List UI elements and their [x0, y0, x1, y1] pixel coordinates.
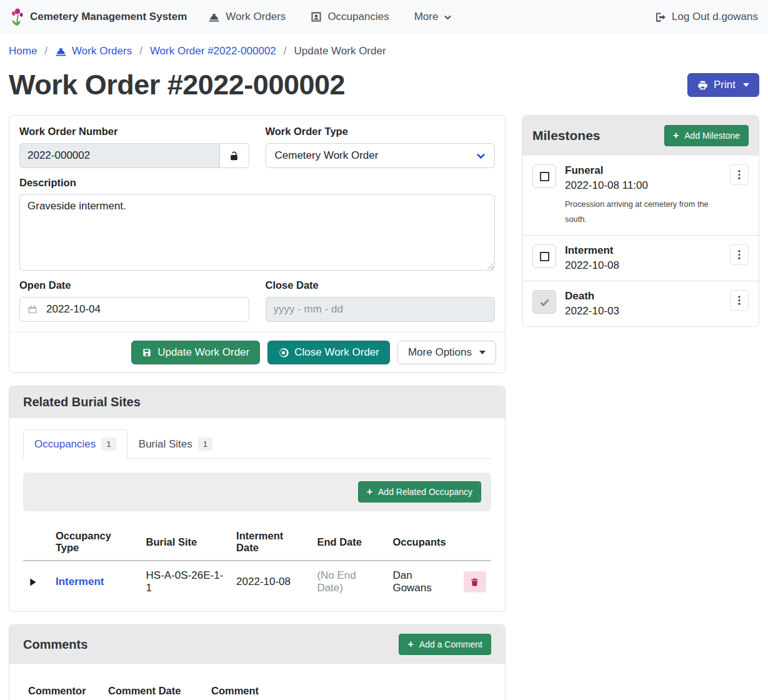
description-textarea-wrap: Graveside interment.: [19, 194, 495, 271]
col-actions: [459, 524, 491, 561]
crumb-home[interactable]: Home: [9, 45, 37, 58]
milestone-date: 2022-10-08 11:00: [565, 179, 721, 192]
related-burial-sites-header: Related Burial Sites: [9, 386, 505, 418]
main-content: Work Order Number Work Order Type: [0, 115, 768, 700]
print-label: Print: [714, 79, 736, 91]
work-order-type-value: Cemetery Work Order: [275, 149, 379, 162]
add-related-occupancy-button[interactable]: + Add Related Occupancy: [358, 481, 481, 502]
milestones-header: Milestones + Add Milestone: [522, 116, 759, 156]
milestone-checkbox-checked[interactable]: [532, 290, 556, 314]
milestones-title: Milestones: [532, 128, 601, 143]
checkbox-square-icon: [540, 172, 549, 181]
description-textarea[interactable]: Graveside interment.: [19, 194, 495, 271]
milestone-checkbox[interactable]: [532, 164, 556, 188]
crumb-work-orders[interactable]: Work Orders: [55, 45, 132, 58]
logout-button[interactable]: Log Out d.gowans: [654, 11, 758, 23]
close-work-order-button[interactable]: Close Work Order: [267, 341, 390, 364]
work-order-number-label: Work Order Number: [19, 126, 249, 138]
add-related-occupancy-label: Add Related Occupancy: [378, 487, 472, 497]
milestone-menu-button[interactable]: [730, 244, 749, 265]
app-title: Cemetery Management System: [30, 11, 187, 23]
more-options-button[interactable]: More Options: [397, 341, 496, 364]
col-occupancy-type: Occupancy Type: [51, 524, 141, 561]
related-burial-sites-title: Related Burial Sites: [23, 395, 141, 409]
kebab-icon: [738, 250, 741, 259]
open-date-label: Open Date: [19, 279, 249, 291]
col-end-date: End Date: [312, 524, 387, 561]
more-options-label: More Options: [408, 346, 472, 359]
nav-occupancies-label: Occupancies: [327, 11, 389, 23]
plus-icon: +: [407, 639, 413, 649]
tab-burial-sites[interactable]: Burial Sites 1: [127, 429, 224, 459]
caret-down-icon: [479, 351, 486, 354]
work-order-number-group: Work Order Number: [19, 126, 249, 168]
occupancies-table: Occupancy Type Burial Site Interment Dat…: [23, 524, 491, 602]
print-button[interactable]: Print: [687, 73, 759, 97]
portrait-icon: [311, 11, 322, 22]
caret-down-icon: [743, 83, 749, 87]
comments-card: Comments + Add a Comment Commentor Comme…: [9, 624, 506, 700]
occupants-cell: Dan Gowans: [387, 561, 459, 602]
nav-more[interactable]: More: [414, 11, 452, 23]
tab-occupancies[interactable]: Occupancies 1: [23, 429, 127, 459]
add-milestone-button[interactable]: + Add Milestone: [664, 125, 749, 146]
milestone-date: 2022-10-03: [565, 305, 721, 318]
col-burial-site: Burial Site: [141, 524, 232, 561]
plus-icon: +: [673, 131, 679, 141]
occupancies-toolbar: + Add Related Occupancy: [23, 472, 491, 511]
form-footer: Update Work Order Close Work Order More …: [9, 332, 505, 372]
col-commentor: Commentor: [23, 679, 103, 700]
burial-site-cell: HS-A-0S-26E-1-1: [141, 561, 232, 602]
nav-work-orders-label: Work Orders: [226, 11, 286, 23]
update-work-order-button[interactable]: Update Work Order: [131, 341, 260, 364]
related-tabs: Occupancies 1 Burial Sites 1: [23, 429, 491, 459]
milestone-menu-button[interactable]: [730, 290, 749, 311]
work-order-number-input[interactable]: [19, 143, 220, 168]
work-order-type-label: Work Order Type: [266, 126, 496, 138]
col-comment-actions: [408, 679, 491, 700]
close-date-group: Close Date: [266, 279, 496, 322]
milestone-menu-button[interactable]: [730, 164, 749, 185]
work-order-form-card: Work Order Number Work Order Type: [9, 115, 506, 373]
title-row: Work Order #2022-000002 Print: [0, 66, 768, 115]
printer-icon: [697, 80, 708, 91]
open-date-input[interactable]: [19, 297, 249, 322]
close-work-order-label: Close Work Order: [294, 346, 379, 359]
add-comment-label: Add a Comment: [419, 639, 482, 649]
open-date-group: Open Date: [19, 279, 249, 322]
top-navbar: Cemetery Management System Work Orders O…: [0, 0, 768, 34]
unlock-button[interactable]: [219, 143, 249, 168]
tab-occupancies-badge: 1: [101, 438, 116, 451]
page-title: Work Order #2022-000002: [9, 69, 345, 101]
delete-occupancy-button[interactable]: [464, 571, 486, 592]
stop-circle-icon: [278, 348, 289, 358]
occupancy-type-link[interactable]: Interment: [56, 576, 104, 588]
expand-row-icon[interactable]: [28, 578, 46, 587]
breadcrumb: Home / Work Orders / Work Order #2022-00…: [0, 34, 768, 66]
work-order-type-select[interactable]: Cemetery Work Order: [266, 143, 496, 168]
app-brand[interactable]: Cemetery Management System: [10, 8, 187, 26]
nav-work-orders[interactable]: Work Orders: [208, 11, 286, 23]
milestone-date: 2022-10-08: [565, 259, 721, 272]
nav-occupancies[interactable]: Occupancies: [311, 11, 389, 23]
plus-icon: +: [367, 487, 372, 497]
add-comment-button[interactable]: + Add a Comment: [399, 634, 491, 655]
col-comment-date: Comment Date: [103, 679, 206, 700]
interment-date-cell: 2022-10-08: [231, 561, 312, 602]
milestone-checkbox[interactable]: [532, 244, 556, 268]
chevron-down-icon: [444, 13, 452, 21]
close-date-input[interactable]: [266, 297, 496, 322]
related-burial-sites-card: Related Burial Sites Occupancies 1 Buria…: [9, 386, 506, 612]
milestone-item-death: Death 2022-10-03: [522, 281, 759, 326]
hard-hat-icon: [208, 11, 220, 23]
tab-occupancies-label: Occupancies: [34, 438, 96, 451]
milestone-item-interment: Interment 2022-10-08: [522, 235, 759, 281]
breadcrumb-separator: /: [139, 45, 142, 58]
nav-more-label: More: [414, 11, 439, 23]
description-group: Description Graveside interment.: [19, 177, 495, 271]
checkbox-square-icon: [540, 252, 549, 261]
occupancy-table-row: Interment HS-A-0S-26E-1-1 2022-10-08 (No…: [23, 561, 491, 602]
crumb-work-order-number[interactable]: Work Order #2022-000002: [150, 45, 276, 58]
update-work-order-label: Update Work Order: [157, 346, 249, 359]
calendar-icon: [27, 304, 37, 314]
